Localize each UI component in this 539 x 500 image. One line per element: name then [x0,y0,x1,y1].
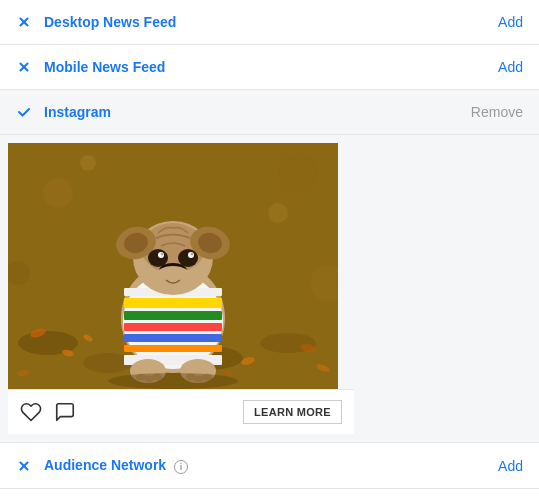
mobile-news-feed-row: Mobile News Feed Add [0,45,539,90]
svg-point-35 [161,253,164,256]
instagram-label: Instagram [44,104,471,120]
svg-rect-20 [124,323,222,331]
preview-action-bar: LEARN MORE [8,389,354,434]
svg-point-31 [148,249,168,267]
desktop-news-feed-add-button[interactable]: Add [498,14,523,30]
x-icon [16,14,32,30]
svg-point-36 [191,253,194,256]
svg-point-56 [80,155,96,171]
desktop-right-column-row: Desktop Right Column Add [0,489,539,500]
instagram-remove-button[interactable]: Remove [471,104,523,120]
social-icons [20,401,243,423]
svg-rect-21 [124,334,222,342]
heart-icon[interactable] [20,401,42,423]
instagram-preview: LEARN MORE [0,135,539,442]
svg-point-52 [278,153,318,193]
svg-point-55 [268,203,288,223]
instagram-header-row: Instagram Remove [0,90,539,135]
instagram-section: Instagram Remove [0,90,539,443]
svg-rect-18 [124,298,222,308]
preview-image-area [8,143,338,389]
mobile-news-feed-label: Mobile News Feed [44,59,498,75]
audience-network-row: Audience Network i Add [0,443,539,489]
learn-more-button[interactable]: LEARN MORE [243,400,342,424]
comment-icon[interactable] [54,401,76,423]
x-icon [16,458,32,474]
svg-point-32 [178,249,198,267]
desktop-news-feed-row: Desktop News Feed Add [0,0,539,45]
svg-rect-19 [124,311,222,320]
audience-network-add-button[interactable]: Add [498,458,523,474]
svg-rect-22 [124,345,222,352]
x-icon [16,59,32,75]
svg-point-50 [108,373,238,389]
svg-point-51 [43,178,73,208]
audience-network-label: Audience Network i [44,457,498,474]
desktop-news-feed-label: Desktop News Feed [44,14,498,30]
info-icon[interactable]: i [174,460,188,474]
mobile-news-feed-add-button[interactable]: Add [498,59,523,75]
dog-image [8,143,338,389]
check-icon [16,104,32,120]
